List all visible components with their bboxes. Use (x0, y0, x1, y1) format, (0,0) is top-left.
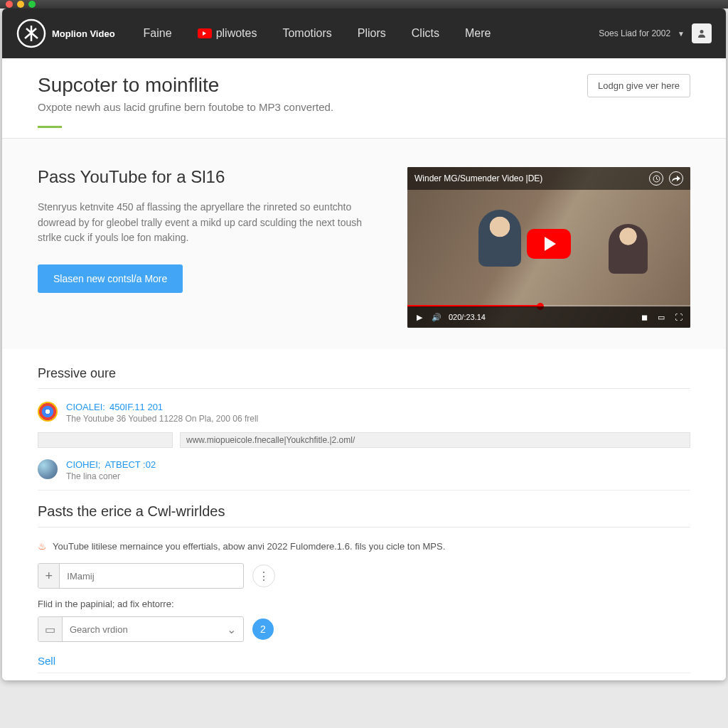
person-icon (697, 28, 707, 38)
search-select[interactable]: ▭ ⌄ (38, 616, 244, 642)
form-section: Pasts the erice a Cwl-wrirldes ♨ YouTube… (2, 498, 726, 680)
page-title: Supcoter to moinflite (38, 74, 333, 97)
settings-icon[interactable]: ▭ (656, 313, 666, 322)
chevron-down-icon[interactable]: ⌄ (220, 623, 243, 636)
nav-link-clicts[interactable]: Clicts (412, 27, 439, 40)
share-icon[interactable] (669, 171, 683, 186)
captions-icon[interactable]: ◼ (639, 313, 649, 322)
plus-icon[interactable]: + (38, 564, 60, 588)
nav-link-pliwotes[interactable]: pliwotes (198, 27, 257, 40)
feature-heading: Pass YouTube for a Sl16 (38, 167, 379, 187)
feature-body: Stenryus ketnvite 450 af flassing the ap… (38, 200, 365, 246)
window-close-button[interactable] (6, 1, 13, 8)
list-section: Pressive oure CIOALEI:450IF.11 201 The Y… (2, 349, 726, 498)
count-badge[interactable]: 2 (252, 619, 274, 640)
nav-links: Faine pliwotes Tomotiors Pliors Clicts M… (144, 27, 599, 40)
login-button[interactable]: Lodgn give ver here (587, 74, 690, 97)
fullscreen-icon[interactable]: ⛶ (673, 313, 683, 321)
nav-link-pliors[interactable]: Pliors (358, 27, 386, 40)
chevron-down-icon[interactable]: ▼ (678, 30, 685, 38)
youtube-icon (198, 28, 212, 38)
player-title: Winder MG/Sumender Video |DE) (414, 173, 542, 183)
url-field[interactable]: www.miopueicole.fnecalle|Youkchfitle.|2.… (180, 432, 690, 448)
sell-link[interactable]: Sell (38, 655, 690, 673)
watch-later-icon[interactable] (649, 171, 663, 186)
list-item: CIOHEI;ATBECT :02 The lina coner (38, 455, 690, 491)
window-minimize-button[interactable] (17, 1, 24, 8)
svg-point-1 (700, 30, 704, 33)
play-button[interactable] (527, 229, 571, 259)
window-titlebar (0, 0, 728, 9)
page-subtitle: Oxpote newh aus lacid grufine bern fouto… (38, 101, 333, 113)
cta-button[interactable]: Slasen new contsl/a More (38, 264, 183, 293)
name-input-group: + (38, 563, 244, 589)
flame-icon: ♨ (38, 540, 47, 552)
user-menu-button[interactable] (692, 23, 712, 43)
feature-section: Pass YouTube for a Sl16 Stenryus ketnvit… (2, 139, 726, 349)
list-item-subtitle: The lina coner (66, 471, 156, 481)
search-input[interactable] (63, 624, 220, 635)
list-item-subtitle: The Youtube 36 Youbed 11228 On Pla, 200 … (66, 414, 258, 424)
avatar-icon (38, 402, 58, 422)
list-heading: Pressive oure (38, 366, 690, 389)
nav-link-faine[interactable]: Faine (144, 27, 172, 40)
nav-status-text: Soes Liad for 2002 (599, 28, 670, 38)
list-item-title[interactable]: CIOALEI:450IF.11 201 (66, 402, 258, 412)
list-item: CIOALEI:450IF.11 201 The Youtube 36 Youb… (38, 397, 690, 428)
brand-logo[interactable]: Moplion Video (16, 18, 115, 48)
top-navigation: Moplion Video Faine pliwotes Tomotiors P… (2, 9, 726, 58)
player-controls: ▶ 🔊 020/:23.14 ◼ ▭ ⛶ (407, 306, 690, 328)
app-window: Moplion Video Faine pliwotes Tomotiors P… (2, 9, 726, 680)
url-band: www.miopueicole.fnecalle|Youkchfitle.|2.… (38, 432, 690, 448)
volume-icon[interactable]: 🔊 (432, 313, 441, 322)
nav-right: Soes Liad for 2002 ▼ (599, 23, 712, 43)
player-titlebar: Winder MG/Sumender Video |DE) (407, 167, 690, 190)
video-player[interactable]: Winder MG/Sumender Video |DE) ▶ 🔊 020/:2… (407, 167, 690, 328)
play-icon[interactable]: ▶ (414, 313, 424, 322)
avatar-icon (38, 459, 58, 479)
list-item-title[interactable]: CIOHEI;ATBECT :02 (66, 459, 156, 470)
help-text: Flid in the papinial; ad fix ehtorre: (38, 599, 690, 609)
brand-name: Moplion Video (52, 28, 115, 39)
nav-link-tomotiors[interactable]: Tomotiors (282, 27, 331, 40)
nav-link-mere[interactable]: Mere (465, 27, 491, 40)
form-note: ♨ YouTube litilese mernaince you efferti… (38, 540, 690, 552)
window-maximize-button[interactable] (28, 1, 36, 8)
url-left-box[interactable] (38, 432, 173, 448)
player-time: 020/:23.14 (449, 313, 486, 321)
brand-icon (16, 18, 46, 48)
accent-bar (38, 126, 62, 128)
hero-section: Supcoter to moinflite Oxpote newh aus la… (2, 58, 726, 139)
more-options-button[interactable]: ⋮ (252, 564, 275, 587)
form-heading: Pasts the erice a Cwl-wrirldes (38, 503, 690, 528)
name-input[interactable] (60, 571, 243, 582)
grip-icon: ▭ (38, 617, 63, 641)
